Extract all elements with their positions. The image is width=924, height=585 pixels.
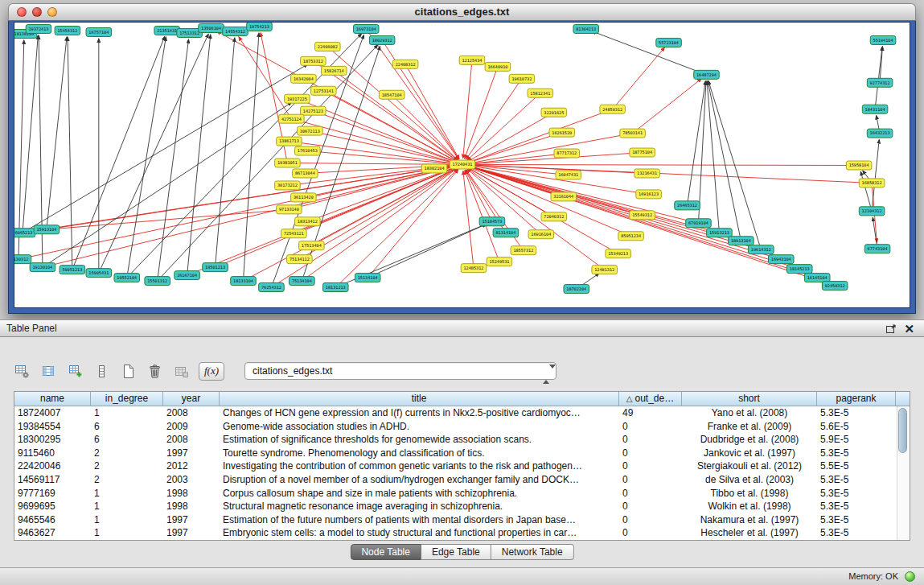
column-header-pagerank[interactable]: pagerank — [817, 392, 896, 406]
graph-edge[interactable] — [68, 37, 72, 270]
graph-node[interactable]: 18029312 — [369, 35, 395, 44]
graph-node[interactable]: 15501312 — [145, 277, 170, 286]
graph-node[interactable]: 15826714 — [322, 66, 347, 75]
graph-node[interactable]: 18547104 — [379, 90, 405, 99]
graph-node[interactable]: 32161044 — [551, 192, 577, 201]
graph-edge[interactable] — [99, 34, 208, 273]
table-row[interactable]: 977716911998Corpus callosum shape and si… — [14, 487, 910, 501]
row-height-icon[interactable] — [92, 362, 110, 380]
graph-node[interactable]: 19381051 — [275, 159, 301, 167]
network-canvas[interactable]: 1724043122406082187533121582671416342004… — [14, 23, 910, 307]
graph-edge[interactable] — [187, 35, 211, 275]
graph-node[interactable]: 18130312 — [14, 255, 31, 264]
graph-node[interactable]: 13861713 — [277, 137, 302, 146]
graph-node[interactable]: 15812341 — [528, 89, 553, 97]
graph-node[interactable]: 92450312 — [822, 282, 848, 290]
table-row[interactable]: 1830029562008Estimation of significance … — [14, 433, 910, 447]
graph-node[interactable]: 18702104 — [564, 285, 589, 294]
graph-node[interactable]: 16916104 — [528, 230, 554, 239]
graph-edge[interactable] — [465, 67, 498, 159]
minimize-button[interactable] — [32, 7, 42, 17]
table-row[interactable]: 1456911722003Disruption of a novel membe… — [14, 473, 910, 487]
graph-node[interactable]: 18145213 — [786, 265, 812, 274]
graph-edge[interactable] — [468, 109, 612, 163]
tab-node-table[interactable]: Node Table — [350, 544, 421, 560]
graph-node[interactable]: 16145104 — [804, 274, 830, 282]
graph-node[interactable]: 18913104 — [729, 237, 754, 245]
graph-node[interactable]: 13506104 — [199, 23, 224, 32]
graph-node[interactable]: 16858312 — [859, 179, 885, 187]
graph-node[interactable]: 19614312 — [749, 245, 774, 254]
graph-edge[interactable] — [707, 81, 719, 233]
graph-node[interactable]: 19130104 — [30, 263, 55, 272]
graph-edge[interactable] — [463, 171, 474, 268]
tab-edge-table[interactable]: Edge Table — [421, 544, 491, 560]
graph-node[interactable]: 14275123 — [301, 106, 326, 115]
graph-node[interactable]: 19317225 — [285, 94, 310, 103]
graph-node[interactable]: 30173212 — [275, 181, 301, 190]
graph-edge[interactable] — [875, 47, 882, 109]
import-table-icon[interactable] — [172, 362, 190, 380]
vertical-scrollbar[interactable] — [897, 406, 910, 540]
table-row[interactable]: 946554611997Estimation of the future num… — [14, 513, 910, 527]
graph-node[interactable]: 18133104 — [231, 277, 257, 286]
column-header-name[interactable]: name — [14, 392, 91, 406]
graph-node[interactable]: 16432213 — [867, 129, 893, 138]
graph-node[interactable]: 26465312 — [675, 201, 700, 210]
graph-edge[interactable] — [313, 61, 457, 161]
new-table-icon[interactable] — [119, 362, 137, 380]
graph-node[interactable]: 75134112 — [287, 255, 313, 264]
graph-edge[interactable] — [72, 36, 165, 270]
graph-edge[interactable] — [217, 31, 304, 79]
graph-node[interactable]: 15134104 — [355, 274, 380, 282]
graph-node[interactable]: 42751124 — [279, 114, 305, 123]
graph-node[interactable]: 14554312 — [223, 27, 248, 35]
graph-node[interactable]: 18313412 — [295, 217, 321, 226]
graph-edge[interactable] — [860, 171, 872, 211]
graph-node[interactable]: 12104312 — [859, 207, 885, 216]
table-row[interactable]: 969969511998Structural magnetic resonanc… — [14, 500, 910, 513]
graph-edge[interactable] — [239, 37, 292, 119]
graph-node[interactable]: 18131213 — [323, 283, 349, 292]
graph-edge[interactable] — [613, 47, 665, 109]
window-titlebar[interactable]: citations_edges.txt — [8, 3, 916, 21]
graph-node[interactable]: 86713044 — [293, 169, 318, 178]
column-header-out-de[interactable]: △out_de… — [619, 392, 682, 406]
graph-node[interactable]: 16916123 — [636, 190, 662, 199]
graph-edge[interactable] — [633, 79, 702, 134]
column-header-title[interactable]: title — [220, 392, 619, 406]
graph-node[interactable]: 17240431 — [450, 160, 475, 169]
graph-node[interactable]: 22408312 — [392, 60, 418, 68]
graph-node[interactable]: 15249531 — [487, 257, 512, 266]
float-panel-icon[interactable] — [885, 323, 897, 335]
graph-edge[interactable] — [307, 167, 456, 221]
table-row[interactable]: 946362711997Embryonic stem cells: a mode… — [14, 526, 910, 540]
graph-node[interactable]: 12481312 — [592, 266, 618, 274]
memory-status-indicator[interactable] — [905, 571, 915, 582]
graph-node[interactable]: 97133140 — [277, 205, 302, 214]
graph-node[interactable]: 15454312 — [55, 26, 80, 35]
edit-table-icon[interactable] — [66, 362, 84, 380]
graph-edge[interactable] — [872, 140, 879, 212]
graph-node[interactable]: 17610453 — [295, 146, 321, 155]
graph-edge[interactable] — [158, 39, 189, 281]
graph-edge[interactable] — [382, 40, 458, 159]
delete-table-icon[interactable] — [146, 362, 163, 380]
close-button[interactable] — [17, 7, 27, 17]
graph-edge[interactable] — [392, 95, 458, 160]
graph-edge[interactable] — [53, 209, 289, 229]
graph-edge[interactable] — [708, 81, 741, 241]
graph-node[interactable]: 15349213 — [606, 249, 631, 258]
graph-node[interactable]: 17513404 — [299, 241, 325, 250]
graph-node[interactable]: 12125434 — [459, 56, 485, 64]
tab-network-table[interactable]: Network Table — [491, 544, 574, 560]
graph-node[interactable]: 81314104 — [493, 229, 519, 237]
graph-node[interactable]: 15958104 — [846, 161, 872, 170]
graph-edge[interactable] — [462, 165, 829, 284]
graph-node[interactable]: 15913104 — [34, 225, 60, 234]
graph-node[interactable]: 18431104 — [862, 105, 888, 113]
graph-node[interactable]: 16757104 — [86, 27, 112, 36]
graph-node[interactable]: 15549312 — [630, 211, 655, 220]
graph-edge[interactable] — [466, 79, 522, 159]
graph-node[interactable]: 13216431 — [634, 169, 660, 178]
